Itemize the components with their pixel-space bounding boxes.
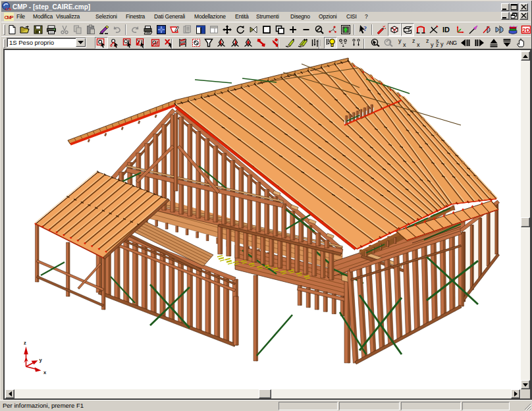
cut-button[interactable] <box>58 23 71 36</box>
pan-button[interactable] <box>221 23 234 36</box>
link-red-up-button[interactable] <box>268 37 281 49</box>
mirror-slash-button[interactable] <box>480 23 493 36</box>
combo-dropdown-button[interactable] <box>76 38 86 47</box>
horizontal-scrollbar[interactable] <box>5 389 521 398</box>
open-folder-button[interactable] <box>18 23 32 36</box>
angle-view-button[interactable]: ANG <box>445 37 458 49</box>
lower-down-button[interactable] <box>500 37 514 49</box>
mdi-restore-button[interactable] <box>510 12 518 20</box>
paste-button[interactable] <box>84 23 97 36</box>
scroll-up-button[interactable] <box>521 51 530 61</box>
menu-cisi[interactable]: CISI <box>346 13 357 21</box>
zoom-disabled-button[interactable] <box>313 23 326 36</box>
wire-view-button[interactable] <box>401 23 414 36</box>
render-image-button[interactable] <box>339 23 352 36</box>
menu-finestra[interactable]: Finestra <box>126 13 145 21</box>
scroll-right-button[interactable] <box>511 389 520 398</box>
save-button[interactable] <box>32 23 45 36</box>
toolbar-gripper[interactable] <box>3 39 5 48</box>
vscroll-thumb[interactable] <box>521 217 530 227</box>
link-red-down-button[interactable] <box>255 37 268 49</box>
undo-button[interactable] <box>111 23 124 36</box>
local-axes-button[interactable] <box>454 23 467 36</box>
title-bar[interactable]: CMP CMP - [step_CAIRE.cmp] <box>1 1 531 12</box>
menu-entità[interactable]: Entità <box>235 13 249 21</box>
vertical-scrollbar[interactable] <box>521 50 530 389</box>
window-split-button[interactable] <box>194 23 207 36</box>
select-cross-button[interactable] <box>134 37 147 49</box>
mass-arrows-button[interactable] <box>350 37 363 49</box>
zoom-out-button[interactable] <box>300 23 313 36</box>
menu-opzioni[interactable]: Opzioni <box>319 13 336 21</box>
sketch-red-button[interactable] <box>168 23 181 36</box>
bars-arrows-button[interactable] <box>309 37 323 49</box>
load-case-combobox[interactable]: 1S Peso proprio <box>7 38 86 47</box>
node-pin-left-button[interactable] <box>215 37 228 49</box>
zoom-previous-button[interactable] <box>382 37 395 49</box>
zoom-in-button[interactable] <box>286 23 300 36</box>
print-preview-button[interactable] <box>142 23 155 36</box>
zoom-dynamic-button[interactable] <box>247 23 260 36</box>
select-add-button[interactable] <box>149 37 162 49</box>
raise-up-button[interactable] <box>487 37 500 49</box>
window-single-button[interactable] <box>207 23 221 36</box>
check-table-button[interactable] <box>190 37 203 49</box>
zoom-query-button[interactable] <box>369 37 382 49</box>
plane-yx-button[interactable]: yx <box>396 37 410 49</box>
solid-view-button[interactable] <box>388 23 401 36</box>
report-sheets-button[interactable] <box>181 23 194 36</box>
plane-zx-button[interactable]: zx <box>410 37 423 49</box>
mdi-close-button[interactable] <box>519 12 528 20</box>
pencil-green-button[interactable] <box>283 37 296 49</box>
mdi-minimize-button[interactable] <box>501 12 510 20</box>
nodes-red-button[interactable] <box>326 23 339 36</box>
help-pointer-button[interactable]: ? <box>357 23 370 36</box>
select-zoom-button[interactable] <box>95 37 108 49</box>
node-pin-both-button[interactable] <box>242 37 255 49</box>
scroll-down-button[interactable] <box>521 380 530 389</box>
menu-selezioni[interactable]: Selezioni <box>95 13 117 21</box>
table-blue-button[interactable] <box>155 23 168 36</box>
torch-red-button[interactable] <box>375 23 388 36</box>
filter-funnel-button[interactable] <box>202 37 215 49</box>
select-cut-button[interactable] <box>108 37 121 49</box>
redo-button[interactable] <box>128 23 142 36</box>
menu-file[interactable]: File <box>16 13 25 21</box>
mass-nodes-button[interactable] <box>336 37 350 49</box>
copy-button[interactable] <box>71 23 84 36</box>
flag-banner-button[interactable] <box>176 37 190 49</box>
menu-strumenti[interactable]: Strumenti <box>256 13 279 21</box>
arrow-magenta-button[interactable] <box>467 23 480 36</box>
step-forward-button[interactable] <box>473 37 486 49</box>
menu-modifica[interactable]: Modifica <box>33 13 53 21</box>
bulb-on-button[interactable] <box>324 37 337 49</box>
view-2d-button[interactable]: 2D <box>519 23 532 36</box>
menu-visualizza[interactable]: Visualizza <box>56 13 80 21</box>
scroll-left-button[interactable] <box>5 389 14 398</box>
new-document-button[interactable] <box>5 23 18 36</box>
deselect-button[interactable] <box>163 37 176 49</box>
node-pin-right-button[interactable] <box>228 37 242 49</box>
cascade-button[interactable] <box>273 23 286 36</box>
zoom-window-button[interactable] <box>260 23 273 36</box>
section-fork-button[interactable] <box>427 23 440 36</box>
marker-erase-button[interactable] <box>97 23 111 36</box>
pencil-double-button[interactable] <box>296 37 309 49</box>
hscroll-thumb[interactable] <box>259 389 271 398</box>
select-pane-button[interactable] <box>121 37 134 49</box>
hand-pan-button[interactable] <box>514 37 527 49</box>
menu-dati-generali[interactable]: Dati Generali <box>154 13 185 21</box>
zoom-dynamic-icon <box>248 24 259 35</box>
mirror-double-button[interactable] <box>493 23 506 36</box>
print-button[interactable] <box>45 23 58 36</box>
rotate-button[interactable] <box>234 23 247 36</box>
menu-modellazione[interactable]: Modellazione <box>194 13 226 21</box>
menu-?[interactable]: ? <box>365 13 368 21</box>
menu-disegno[interactable]: Disegno <box>290 13 310 21</box>
entity-id-button[interactable]: ID <box>440 23 454 36</box>
frame-red-button[interactable] <box>414 23 427 36</box>
layers-color-button[interactable] <box>506 23 519 36</box>
step-back-button[interactable] <box>459 37 472 49</box>
drawing-canvas[interactable]: zyx <box>5 50 521 389</box>
resize-grip[interactable] <box>523 402 531 410</box>
